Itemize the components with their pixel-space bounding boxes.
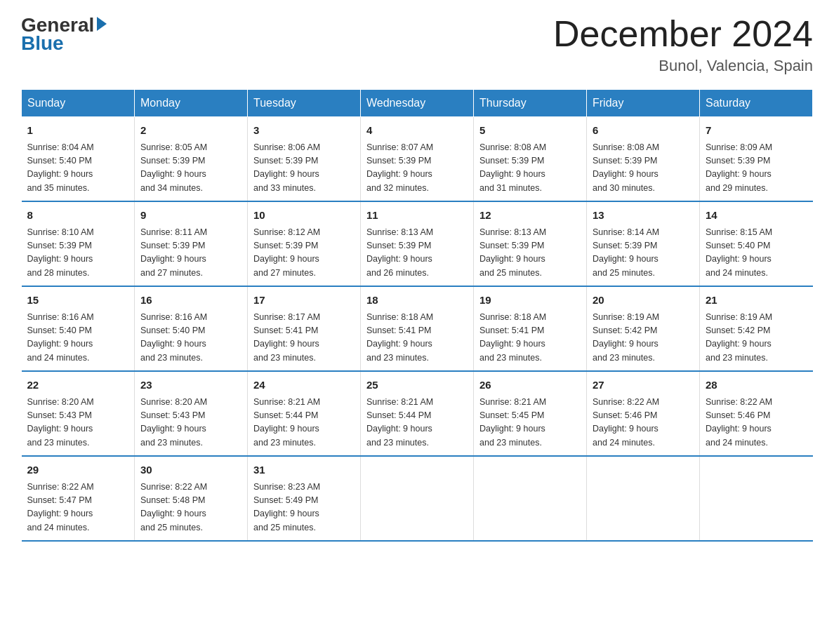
day-number: 19 bbox=[479, 293, 581, 309]
calendar-week-row: 29Sunrise: 8:22 AM Sunset: 5:47 PM Dayli… bbox=[22, 456, 813, 541]
day-of-week-header: Tuesday bbox=[248, 90, 361, 117]
month-title: December 2024 bbox=[553, 14, 813, 54]
calendar-cell: 18Sunrise: 8:18 AM Sunset: 5:41 PM Dayli… bbox=[361, 286, 474, 371]
calendar-cell: 20Sunrise: 8:19 AM Sunset: 5:42 PM Dayli… bbox=[587, 286, 700, 371]
day-number: 3 bbox=[253, 123, 355, 139]
day-number: 21 bbox=[706, 293, 807, 309]
day-info: Sunrise: 8:17 AM Sunset: 5:41 PM Dayligh… bbox=[253, 311, 355, 365]
day-info: Sunrise: 8:20 AM Sunset: 5:43 PM Dayligh… bbox=[27, 396, 129, 450]
day-number: 2 bbox=[140, 123, 241, 139]
calendar-cell: 22Sunrise: 8:20 AM Sunset: 5:43 PM Dayli… bbox=[22, 371, 135, 456]
calendar-cell: 31Sunrise: 8:23 AM Sunset: 5:49 PM Dayli… bbox=[248, 456, 361, 541]
calendar-cell bbox=[700, 456, 813, 541]
calendar-cell: 28Sunrise: 8:22 AM Sunset: 5:46 PM Dayli… bbox=[700, 371, 813, 456]
day-number: 1 bbox=[27, 123, 129, 139]
day-number: 14 bbox=[706, 208, 807, 224]
day-of-week-header: Thursday bbox=[474, 90, 587, 117]
day-number: 28 bbox=[706, 377, 807, 394]
day-info: Sunrise: 8:18 AM Sunset: 5:41 PM Dayligh… bbox=[479, 311, 581, 365]
day-info: Sunrise: 8:15 AM Sunset: 5:40 PM Dayligh… bbox=[706, 226, 807, 281]
day-number: 29 bbox=[27, 462, 129, 478]
day-info: Sunrise: 8:22 AM Sunset: 5:48 PM Dayligh… bbox=[140, 481, 241, 535]
day-number: 17 bbox=[253, 293, 355, 309]
logo-blue-text: Blue bbox=[21, 32, 64, 55]
day-number: 27 bbox=[593, 377, 694, 394]
day-number: 15 bbox=[27, 293, 129, 309]
day-info: Sunrise: 8:14 AM Sunset: 5:39 PM Dayligh… bbox=[593, 226, 694, 281]
day-number: 25 bbox=[366, 377, 468, 394]
calendar-cell: 5Sunrise: 8:08 AM Sunset: 5:39 PM Daylig… bbox=[474, 117, 587, 202]
calendar-cell: 14Sunrise: 8:15 AM Sunset: 5:40 PM Dayli… bbox=[700, 201, 813, 286]
calendar-cell: 15Sunrise: 8:16 AM Sunset: 5:40 PM Dayli… bbox=[22, 286, 135, 371]
calendar-cell: 10Sunrise: 8:12 AM Sunset: 5:39 PM Dayli… bbox=[248, 201, 361, 286]
day-number: 18 bbox=[366, 293, 468, 309]
day-info: Sunrise: 8:21 AM Sunset: 5:44 PM Dayligh… bbox=[253, 396, 355, 450]
day-number: 23 bbox=[140, 377, 241, 394]
location-text: Bunol, Valencia, Spain bbox=[553, 57, 813, 75]
day-of-week-header: Sunday bbox=[22, 90, 135, 117]
calendar-cell: 2Sunrise: 8:05 AM Sunset: 5:39 PM Daylig… bbox=[135, 117, 248, 202]
calendar-cell: 6Sunrise: 8:08 AM Sunset: 5:39 PM Daylig… bbox=[587, 117, 700, 202]
day-number: 20 bbox=[593, 293, 694, 309]
day-info: Sunrise: 8:22 AM Sunset: 5:46 PM Dayligh… bbox=[593, 396, 694, 450]
day-info: Sunrise: 8:12 AM Sunset: 5:39 PM Dayligh… bbox=[253, 226, 355, 281]
day-info: Sunrise: 8:18 AM Sunset: 5:41 PM Dayligh… bbox=[366, 311, 468, 365]
day-info: Sunrise: 8:11 AM Sunset: 5:39 PM Dayligh… bbox=[140, 226, 241, 281]
calendar-cell: 7Sunrise: 8:09 AM Sunset: 5:39 PM Daylig… bbox=[700, 117, 813, 202]
day-number: 4 bbox=[366, 123, 468, 139]
title-block: December 2024 Bunol, Valencia, Spain bbox=[553, 14, 813, 75]
day-info: Sunrise: 8:22 AM Sunset: 5:46 PM Dayligh… bbox=[706, 396, 807, 450]
day-of-week-header: Monday bbox=[135, 90, 248, 117]
day-info: Sunrise: 8:19 AM Sunset: 5:42 PM Dayligh… bbox=[706, 311, 807, 365]
calendar-cell bbox=[474, 456, 587, 541]
day-info: Sunrise: 8:07 AM Sunset: 5:39 PM Dayligh… bbox=[366, 141, 468, 196]
calendar-week-row: 22Sunrise: 8:20 AM Sunset: 5:43 PM Dayli… bbox=[22, 371, 813, 456]
calendar-cell: 17Sunrise: 8:17 AM Sunset: 5:41 PM Dayli… bbox=[248, 286, 361, 371]
calendar-table: SundayMondayTuesdayWednesdayThursdayFrid… bbox=[21, 89, 813, 542]
day-info: Sunrise: 8:22 AM Sunset: 5:47 PM Dayligh… bbox=[27, 481, 129, 535]
day-of-week-header: Friday bbox=[587, 90, 700, 117]
calendar-cell: 26Sunrise: 8:21 AM Sunset: 5:45 PM Dayli… bbox=[474, 371, 587, 456]
logo-arrow-icon bbox=[97, 17, 107, 31]
day-number: 7 bbox=[706, 123, 807, 139]
day-info: Sunrise: 8:08 AM Sunset: 5:39 PM Dayligh… bbox=[593, 141, 694, 196]
calendar-cell bbox=[587, 456, 700, 541]
day-number: 12 bbox=[479, 208, 581, 224]
day-info: Sunrise: 8:10 AM Sunset: 5:39 PM Dayligh… bbox=[27, 226, 129, 281]
calendar-cell: 30Sunrise: 8:22 AM Sunset: 5:48 PM Dayli… bbox=[135, 456, 248, 541]
day-info: Sunrise: 8:13 AM Sunset: 5:39 PM Dayligh… bbox=[479, 226, 581, 281]
calendar-cell bbox=[361, 456, 474, 541]
day-number: 10 bbox=[253, 208, 355, 224]
calendar-cell: 9Sunrise: 8:11 AM Sunset: 5:39 PM Daylig… bbox=[135, 201, 248, 286]
day-number: 5 bbox=[479, 123, 581, 139]
calendar-cell: 25Sunrise: 8:21 AM Sunset: 5:44 PM Dayli… bbox=[361, 371, 474, 456]
day-of-week-header: Wednesday bbox=[361, 90, 474, 117]
day-info: Sunrise: 8:08 AM Sunset: 5:39 PM Dayligh… bbox=[479, 141, 581, 196]
day-info: Sunrise: 8:19 AM Sunset: 5:42 PM Dayligh… bbox=[593, 311, 694, 365]
calendar-cell: 27Sunrise: 8:22 AM Sunset: 5:46 PM Dayli… bbox=[587, 371, 700, 456]
calendar-week-row: 1Sunrise: 8:04 AM Sunset: 5:40 PM Daylig… bbox=[22, 117, 813, 202]
day-number: 6 bbox=[593, 123, 694, 139]
logo: General Blue bbox=[21, 14, 107, 55]
day-number: 9 bbox=[140, 208, 241, 224]
calendar-cell: 4Sunrise: 8:07 AM Sunset: 5:39 PM Daylig… bbox=[361, 117, 474, 202]
page-header: General Blue December 2024 Bunol, Valenc… bbox=[21, 14, 813, 75]
day-number: 24 bbox=[253, 377, 355, 394]
day-number: 8 bbox=[27, 208, 129, 224]
day-info: Sunrise: 8:21 AM Sunset: 5:45 PM Dayligh… bbox=[479, 396, 581, 450]
day-info: Sunrise: 8:13 AM Sunset: 5:39 PM Dayligh… bbox=[366, 226, 468, 281]
day-info: Sunrise: 8:16 AM Sunset: 5:40 PM Dayligh… bbox=[140, 311, 241, 365]
calendar-cell: 12Sunrise: 8:13 AM Sunset: 5:39 PM Dayli… bbox=[474, 201, 587, 286]
calendar-cell: 21Sunrise: 8:19 AM Sunset: 5:42 PM Dayli… bbox=[700, 286, 813, 371]
day-info: Sunrise: 8:20 AM Sunset: 5:43 PM Dayligh… bbox=[140, 396, 241, 450]
day-number: 16 bbox=[140, 293, 241, 309]
calendar-cell: 23Sunrise: 8:20 AM Sunset: 5:43 PM Dayli… bbox=[135, 371, 248, 456]
calendar-cell: 29Sunrise: 8:22 AM Sunset: 5:47 PM Dayli… bbox=[22, 456, 135, 541]
calendar-week-row: 15Sunrise: 8:16 AM Sunset: 5:40 PM Dayli… bbox=[22, 286, 813, 371]
calendar-cell: 19Sunrise: 8:18 AM Sunset: 5:41 PM Dayli… bbox=[474, 286, 587, 371]
calendar-cell: 24Sunrise: 8:21 AM Sunset: 5:44 PM Dayli… bbox=[248, 371, 361, 456]
day-info: Sunrise: 8:04 AM Sunset: 5:40 PM Dayligh… bbox=[27, 141, 129, 196]
calendar-cell: 1Sunrise: 8:04 AM Sunset: 5:40 PM Daylig… bbox=[22, 117, 135, 202]
day-number: 13 bbox=[593, 208, 694, 224]
calendar-cell: 16Sunrise: 8:16 AM Sunset: 5:40 PM Dayli… bbox=[135, 286, 248, 371]
